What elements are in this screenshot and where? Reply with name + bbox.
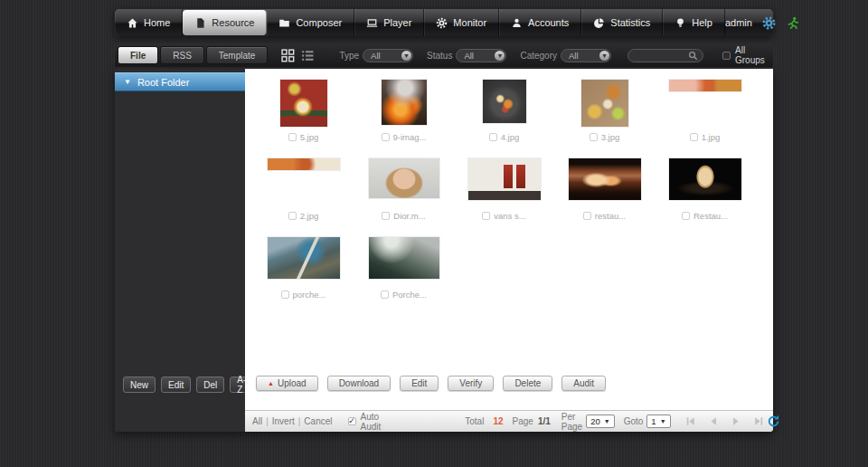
nav-right: admin — [725, 9, 812, 36]
nav-item-label: Monitor — [453, 17, 486, 28]
goto-value: 1 — [651, 416, 656, 426]
all-groups-checkbox[interactable] — [722, 52, 731, 60]
type-dropdown[interactable]: All▼ — [363, 49, 413, 62]
file-checkbox[interactable] — [590, 133, 598, 141]
file-checkbox[interactable] — [482, 212, 490, 220]
file-cell[interactable]: porche... — [253, 237, 354, 316]
file-cell[interactable]: Porche... — [354, 237, 454, 316]
file-cell[interactable]: Restau... — [655, 158, 755, 237]
verify-button[interactable]: Verify — [448, 376, 494, 391]
file-checkbox[interactable] — [281, 291, 289, 299]
per-page-select[interactable]: 20 ▼ — [586, 415, 615, 428]
nav-item-label: Composer — [296, 17, 342, 28]
file-checkbox[interactable] — [288, 133, 297, 141]
nav-item-home[interactable]: Home — [115, 9, 183, 36]
status-dropdown[interactable]: All▼ — [456, 49, 506, 62]
goto-page-select[interactable]: 1 ▼ — [646, 415, 670, 428]
file-cell[interactable]: 9-imag... — [354, 80, 454, 158]
file-checkbox[interactable] — [682, 212, 690, 220]
file-caption: 5.jpg — [253, 132, 354, 142]
file-cell[interactable]: 4.jpg — [454, 80, 554, 158]
audit-button[interactable]: Audit — [561, 376, 606, 391]
file-cell[interactable]: restau... — [554, 158, 655, 237]
search-input[interactable] — [635, 50, 688, 62]
file-thumbnail-banner-teal[interactable] — [669, 80, 741, 91]
pie-chart-icon — [593, 17, 605, 29]
all-groups-label: All Groups — [735, 45, 770, 65]
refresh-icon[interactable] — [767, 415, 780, 428]
file-thumbnail-woman-video[interactable] — [369, 158, 439, 198]
file-thumbnail-red-shoes[interactable] — [468, 158, 541, 200]
file-thumbnail-misty-hill[interactable] — [369, 237, 439, 279]
nav-item-monitor[interactable]: Monitor — [424, 9, 499, 36]
tab-rss[interactable]: RSS — [160, 46, 204, 64]
nav-item-composer[interactable]: Composer — [267, 9, 354, 36]
resource-toolbar: FileRSSTemplate TypeAll▼StatusAll▼C — [115, 43, 773, 67]
nav-item-help[interactable]: Help — [663, 9, 725, 36]
file-thumbnail-table-food[interactable] — [581, 80, 628, 127]
file-checkbox[interactable] — [382, 133, 390, 141]
select-all-link[interactable]: All — [252, 416, 262, 426]
tab-file[interactable]: File — [118, 46, 158, 64]
nav-item-accounts[interactable]: Accounts — [499, 9, 581, 36]
file-caption: 1.jpg — [655, 132, 755, 142]
file-thumbnail-food-pan[interactable] — [483, 80, 526, 123]
file-checkbox[interactable] — [288, 212, 297, 220]
page-label: Page — [513, 416, 533, 426]
upload-arrow-icon: ▲ — [268, 380, 274, 386]
tab-label: File — [130, 51, 146, 61]
search-icon[interactable] — [688, 51, 698, 61]
grid-view-icon[interactable] — [281, 49, 295, 62]
del-folder-button[interactable]: Del — [196, 376, 224, 393]
upload-button[interactable]: ▲Upload — [256, 376, 318, 391]
edit-folder-button[interactable]: Edit — [161, 376, 191, 393]
file-name: 4.jpg — [501, 132, 520, 142]
file-checkbox[interactable] — [583, 212, 591, 220]
download-button[interactable]: Download — [327, 376, 391, 391]
dropdown-value: All — [371, 51, 401, 61]
button-label: Edit — [411, 378, 427, 388]
file-thumbnail-banner-pink-blue[interactable] — [268, 158, 340, 170]
last-page-icon[interactable] — [751, 415, 767, 428]
button-label: Download — [339, 378, 379, 388]
file-thumbnail-flame[interactable] — [382, 80, 427, 125]
file-cell[interactable]: 2.jpg — [253, 158, 354, 237]
file-cell[interactable]: 1.jpg — [655, 80, 755, 158]
logout-runner-icon[interactable] — [786, 16, 799, 30]
file-checkbox[interactable] — [381, 291, 389, 299]
auto-audit-checkbox[interactable]: ✓ — [348, 417, 356, 425]
list-view-icon[interactable] — [301, 49, 315, 62]
new-folder-button[interactable]: New — [123, 376, 156, 393]
file-thumbnail-sambal-promo[interactable] — [280, 80, 327, 127]
next-page-icon[interactable] — [729, 415, 744, 428]
tab-template[interactable]: Template — [206, 46, 269, 64]
prev-page-icon[interactable] — [706, 415, 722, 428]
file-thumbnail-restaurant-warm[interactable] — [569, 158, 641, 200]
filter-label: Category — [520, 51, 557, 61]
nav-item-statistics[interactable]: Statistics — [581, 9, 663, 36]
nav-item-label: Accounts — [528, 17, 569, 28]
button-label: New — [130, 380, 148, 390]
sidebar-item-root-folder[interactable]: ▼ Root Folder — [115, 72, 245, 91]
user-icon — [511, 17, 523, 29]
file-cell[interactable]: Dior.m... — [354, 158, 454, 237]
file-thumbnail-coast-bridge[interactable] — [268, 237, 340, 279]
delete-button[interactable]: Delete — [503, 376, 552, 391]
nav-item-resource[interactable]: Resource — [183, 10, 267, 35]
file-checkbox[interactable] — [690, 133, 698, 141]
settings-gear-icon[interactable] — [762, 16, 776, 30]
category-dropdown[interactable]: All▼ — [561, 49, 611, 62]
root-folder-label: Root Folder — [137, 77, 189, 88]
collapse-triangle-icon[interactable]: ▼ — [124, 79, 131, 86]
select-cancel-link[interactable]: Cancel — [304, 416, 332, 426]
file-cell[interactable]: 5.jpg — [253, 80, 354, 158]
select-invert-link[interactable]: Invert — [272, 416, 295, 426]
file-cell[interactable]: vans s... — [454, 158, 554, 237]
edit-button[interactable]: Edit — [400, 376, 439, 391]
file-cell[interactable]: 3.jpg — [554, 80, 655, 158]
file-checkbox[interactable] — [382, 212, 390, 220]
file-checkbox[interactable] — [489, 133, 497, 141]
nav-item-player[interactable]: Player — [354, 9, 424, 36]
first-page-icon[interactable] — [684, 415, 699, 428]
file-thumbnail-egg-black[interactable] — [669, 158, 741, 200]
